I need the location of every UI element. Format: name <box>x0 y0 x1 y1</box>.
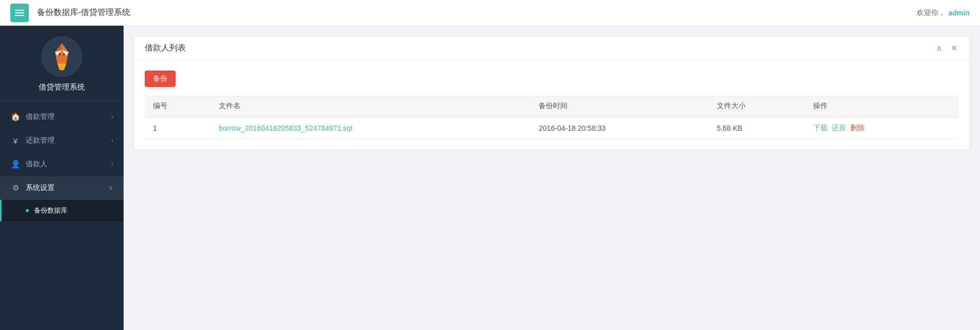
cell-file-size: 5.68 KB <box>709 117 805 140</box>
home-icon: 🏠 <box>10 112 21 122</box>
col-header-actions: 操作 <box>805 95 959 117</box>
nav-label-loan: 借款管理 <box>26 112 111 121</box>
menu-toggle-button[interactable] <box>10 4 29 22</box>
filename-link[interactable]: borrow_20160418205833_524784971.sql <box>219 124 352 132</box>
panel-controls: ∧ ✕ <box>934 43 959 54</box>
cell-backup-time: 2016-04-18 20:58:33 <box>530 117 709 140</box>
panel-header: 借款人列表 ∧ ✕ <box>134 37 969 60</box>
panel-body: 备份 编号 文件名 备份时间 文件大小 操作 1borrow_201604182… <box>134 60 969 150</box>
user-icon: 👤 <box>10 159 21 169</box>
topbar-title: 备份数据库-借贷管理系统 <box>37 7 917 18</box>
close-button[interactable]: ✕ <box>949 43 959 54</box>
col-header-file-size: 文件大小 <box>709 95 805 117</box>
logo-svg <box>44 39 80 75</box>
svg-point-8 <box>63 54 65 56</box>
col-header-id: 编号 <box>145 95 211 117</box>
chevron-right-icon: ‹ <box>111 113 113 120</box>
chevron-right-icon-3: ‹ <box>111 161 113 168</box>
action-restore[interactable]: 还原 <box>832 124 846 132</box>
logo-image <box>41 36 82 77</box>
layout: 借贷管理系统 🏠 借款管理 ‹ ¥ 还款管理 ‹ 👤 借款人 ‹ <box>0 26 980 330</box>
nav-label-sys: 系统设置 <box>26 183 109 193</box>
sidebar: 借贷管理系统 🏠 借款管理 ‹ ¥ 还款管理 ‹ 👤 借款人 ‹ <box>0 26 124 330</box>
table-row: 1borrow_20160418205833_524784971.sql2016… <box>145 117 959 140</box>
gear-icon: ⚙ <box>10 183 21 193</box>
action-delete[interactable]: 删除 <box>850 124 865 132</box>
sidebar-item-borrower[interactable]: 👤 借款人 ‹ <box>0 152 124 176</box>
col-header-backup-time: 备份时间 <box>530 95 709 117</box>
sidebar-nav: 🏠 借款管理 ‹ ¥ 还款管理 ‹ 👤 借款人 ‹ ⚙ 系统设置 ∨ <box>0 101 124 330</box>
collapse-button[interactable]: ∧ <box>934 43 944 54</box>
svg-point-7 <box>59 54 61 56</box>
panel-title: 借款人列表 <box>145 43 186 54</box>
chevron-right-icon-2: ‹ <box>111 137 113 144</box>
nav-sub-label-backup: 备份数据库 <box>34 206 67 215</box>
chevron-down-icon: ∨ <box>109 184 113 192</box>
topbar-admin: admin <box>949 9 970 17</box>
yen-icon: ¥ <box>10 135 21 146</box>
main-content: 借款人列表 ∧ ✕ 备份 编号 文件名 备份时间 文件大小 操作 <box>124 26 980 330</box>
nav-label-repay: 还款管理 <box>26 136 111 145</box>
sidebar-item-repay-mgmt[interactable]: ¥ 还款管理 ‹ <box>0 129 124 152</box>
backup-button[interactable]: 备份 <box>145 71 176 87</box>
sidebar-item-backup-db[interactable]: 备份数据库 <box>0 200 124 221</box>
cell-id: 1 <box>145 117 211 140</box>
col-header-filename: 文件名 <box>211 95 530 117</box>
nav-label-borrower: 借款人 <box>26 160 111 169</box>
sidebar-item-sys-settings[interactable]: ⚙ 系统设置 ∨ <box>0 176 124 200</box>
backup-table: 编号 文件名 备份时间 文件大小 操作 1borrow_201604182058… <box>145 95 959 140</box>
table-header-row: 编号 文件名 备份时间 文件大小 操作 <box>145 95 959 117</box>
sidebar-logo: 借贷管理系统 <box>0 26 124 101</box>
topbar-right: 欢迎你， admin <box>917 8 970 18</box>
sidebar-item-loan-mgmt[interactable]: 🏠 借款管理 ‹ <box>0 105 124 129</box>
sidebar-logo-text: 借贷管理系统 <box>39 82 85 92</box>
topbar: 备份数据库-借贷管理系统 欢迎你， admin <box>0 0 980 26</box>
panel: 借款人列表 ∧ ✕ 备份 编号 文件名 备份时间 文件大小 操作 <box>134 36 970 150</box>
action-download[interactable]: 下载 <box>813 124 828 132</box>
dot-icon <box>26 209 29 212</box>
cell-filename: borrow_20160418205833_524784971.sql <box>211 117 530 140</box>
cell-actions: 下载还原删除 <box>805 117 959 140</box>
topbar-welcome: 欢迎你， <box>917 8 945 18</box>
